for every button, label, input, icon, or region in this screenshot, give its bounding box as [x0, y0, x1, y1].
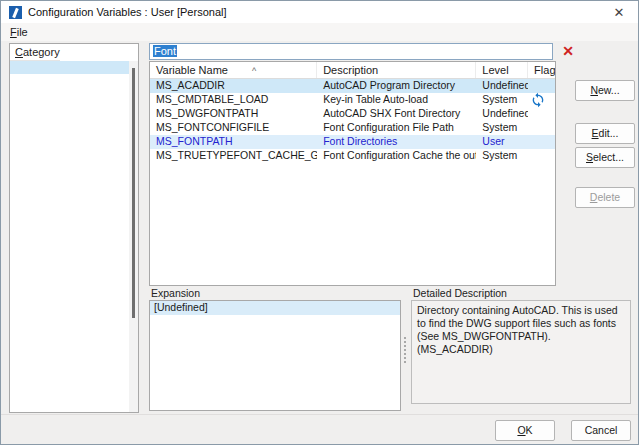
category-item[interactable] [10, 349, 138, 362]
category-item[interactable] [10, 124, 138, 137]
category-item[interactable] [10, 249, 138, 262]
cancel-button-label: Cancel [585, 424, 618, 436]
category-list-header: Category [10, 44, 60, 61]
category-item[interactable] [10, 374, 138, 387]
new-button-label: New... [590, 81, 619, 100]
category-item[interactable] [10, 311, 138, 324]
category-item[interactable] [10, 274, 138, 287]
cell-level: System [476, 93, 528, 107]
category-item[interactable] [10, 149, 138, 162]
category-item[interactable] [10, 74, 138, 87]
category-item[interactable] [10, 61, 138, 74]
cell-level: Undefined [476, 79, 528, 93]
clear-search-icon: ✕ [562, 43, 574, 59]
delete-button[interactable]: Delete [575, 187, 635, 208]
select-button[interactable]: Select... [575, 147, 635, 168]
cell-description: Font Configuration File Path [317, 121, 476, 135]
delete-button-label: Delete [590, 188, 620, 207]
cell-flags [528, 121, 555, 135]
table-row[interactable]: MS_TRUETYPEFONT_CACHE_GLYPHOUTLINE Font … [150, 149, 555, 163]
ok-button-label: OK [517, 421, 532, 440]
category-item[interactable] [10, 236, 138, 249]
cell-description: Key-in Table Auto-load [317, 93, 476, 107]
search-input[interactable]: Font [149, 43, 553, 60]
category-item[interactable] [10, 161, 138, 174]
edit-button[interactable]: Edit... [575, 123, 635, 144]
cell-level: Undefined [476, 107, 528, 121]
titlebar: Configuration Variables : User [Personal… [1, 1, 638, 23]
cell-level: System [476, 121, 528, 135]
category-item[interactable] [10, 399, 138, 412]
cell-flags [528, 93, 555, 107]
table-row[interactable]: MS_DWGFONTPATH AutoCAD SHX Font Director… [150, 107, 555, 121]
table-row[interactable]: MS_FONTCONFIGFILE Font Configuration Fil… [150, 121, 555, 135]
cell-description: Font Directories [317, 135, 476, 149]
expansion-value[interactable]: [Undefined] [150, 301, 400, 315]
cell-description: AutoCAD Program Directory [317, 79, 476, 93]
sync-flag-icon [530, 92, 546, 108]
close-button[interactable]: ✕ [608, 5, 630, 20]
cell-variable-name: MS_DWGFONTPATH [150, 107, 317, 121]
category-item[interactable] [10, 299, 138, 312]
configuration-variables-dialog: Configuration Variables : User [Personal… [0, 0, 639, 445]
category-items [10, 61, 138, 413]
cell-description: AutoCAD SHX Font Directory [317, 107, 476, 121]
category-item[interactable] [10, 136, 138, 149]
table-header-row: Variable Name^ Description Level Flags [150, 62, 555, 79]
expansion-box[interactable]: [Undefined] [149, 300, 401, 411]
search-input-value: Font [153, 45, 177, 57]
table-body: MS_ACADDIR AutoCAD Program Directory Und… [150, 79, 555, 163]
category-item[interactable] [10, 86, 138, 99]
category-list: Category [9, 43, 139, 413]
category-item[interactable] [10, 411, 138, 413]
column-header-level[interactable]: Level [476, 62, 528, 78]
select-button-label: Select... [586, 148, 624, 167]
window-title: Configuration Variables : User [Personal… [28, 6, 227, 18]
detailed-description-box: Directory containing AutoCAD. This is us… [411, 300, 631, 404]
clear-search-button[interactable]: ✕ [558, 42, 578, 60]
menu-item-file[interactable]: File [3, 25, 35, 39]
variables-table: Variable Name^ Description Level Flags M… [149, 61, 556, 286]
expansion-label: Expansion [151, 287, 200, 299]
category-item[interactable] [10, 261, 138, 274]
sort-ascending-icon: ^ [252, 66, 256, 76]
category-item[interactable] [10, 211, 138, 224]
cell-description: Font Configuration Cache the outline or … [317, 149, 476, 163]
category-item[interactable] [10, 286, 138, 299]
column-header-variable-name[interactable]: Variable Name^ [150, 62, 317, 78]
category-item[interactable] [10, 386, 138, 399]
table-row[interactable]: MS_FONTPATH Font Directories User [150, 135, 555, 149]
cell-variable-name: MS_CMDTABLE_LOAD [150, 93, 317, 107]
new-button[interactable]: New... [575, 80, 635, 101]
category-item[interactable] [10, 111, 138, 124]
cell-variable-name: MS_ACADDIR [150, 79, 317, 93]
category-item[interactable] [10, 199, 138, 212]
category-item[interactable] [10, 361, 138, 374]
column-header-description[interactable]: Description [317, 62, 476, 78]
ok-button[interactable]: OK [495, 420, 555, 441]
category-item[interactable] [10, 174, 138, 187]
table-row[interactable]: MS_ACADDIR AutoCAD Program Directory Und… [150, 79, 555, 93]
cell-flags [528, 135, 555, 149]
category-scrollbar[interactable] [129, 61, 138, 412]
cancel-button[interactable]: Cancel [571, 420, 631, 441]
cell-variable-name: MS_TRUETYPEFONT_CACHE_GLYPHOUTLINE [150, 149, 317, 163]
cell-flags [528, 107, 555, 121]
splitter-handle[interactable] [404, 337, 408, 363]
cell-level: System [476, 149, 528, 163]
category-scrollbar-thumb[interactable] [132, 68, 135, 318]
cell-level: User [476, 135, 528, 149]
category-item[interactable] [10, 224, 138, 237]
category-item[interactable] [10, 99, 138, 112]
footer-separator [1, 414, 638, 415]
column-header-flags[interactable]: Flags [528, 62, 555, 78]
edit-button-label: Edit... [592, 124, 619, 143]
category-item[interactable] [10, 324, 138, 337]
detailed-description-label: Detailed Description [413, 287, 507, 299]
table-row[interactable]: MS_CMDTABLE_LOAD Key-in Table Auto-load … [150, 93, 555, 107]
cell-variable-name: MS_FONTCONFIGFILE [150, 121, 317, 135]
category-item[interactable] [10, 186, 138, 199]
close-icon: ✕ [614, 5, 625, 20]
cell-flags [528, 79, 555, 93]
category-item[interactable] [10, 336, 138, 349]
